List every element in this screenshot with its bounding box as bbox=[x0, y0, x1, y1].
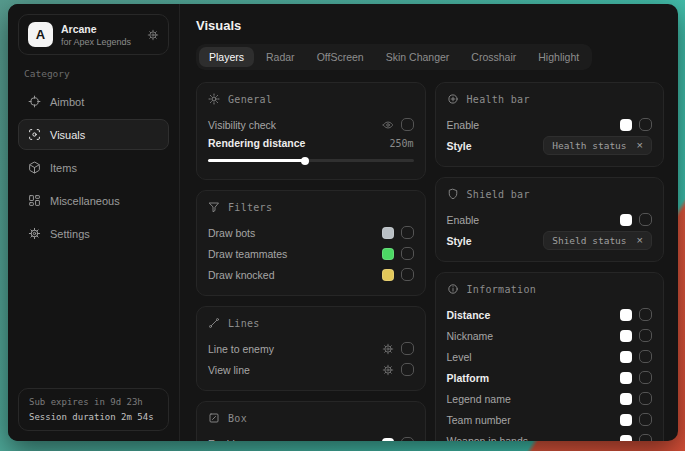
card-health-bar: Health barEnableStyleHealth status× bbox=[435, 82, 665, 167]
row-weapon-in-hands: Weapon in hands bbox=[447, 430, 653, 441]
tab-highlight[interactable]: Highlight bbox=[528, 47, 589, 67]
category-label: Category bbox=[24, 68, 163, 79]
color-swatch[interactable] bbox=[620, 414, 632, 426]
health-icon bbox=[447, 93, 459, 105]
sidebar-item-label: Visuals bbox=[50, 129, 85, 141]
tab-radar[interactable]: Radar bbox=[256, 47, 305, 67]
main-panel: Visuals PlayersRadarOffScreenSkin Change… bbox=[180, 4, 678, 441]
checkbox[interactable] bbox=[639, 434, 652, 441]
row-label: Weapon in hands bbox=[447, 435, 529, 442]
slider-track[interactable] bbox=[208, 159, 414, 162]
card-general: GeneralVisibility checkRendering distanc… bbox=[196, 82, 426, 180]
color-swatch[interactable] bbox=[382, 248, 394, 260]
row-controls bbox=[620, 118, 652, 131]
page-title: Visuals bbox=[196, 18, 664, 33]
tab-crosshair[interactable]: Crosshair bbox=[461, 47, 526, 67]
card-title: Shield bar bbox=[467, 189, 530, 200]
color-swatch[interactable] bbox=[620, 330, 632, 342]
sidebar-item-visuals[interactable]: Visuals bbox=[18, 119, 169, 150]
style-select[interactable]: Health status× bbox=[543, 136, 652, 155]
color-swatch[interactable] bbox=[620, 435, 632, 442]
color-swatch[interactable] bbox=[382, 227, 394, 239]
settings-icon bbox=[382, 343, 394, 355]
row-controls bbox=[382, 437, 414, 441]
row-controls bbox=[382, 247, 414, 260]
color-swatch[interactable] bbox=[620, 119, 632, 131]
cube-icon bbox=[28, 161, 41, 174]
color-swatch[interactable] bbox=[620, 351, 632, 363]
row-label: Draw teammates bbox=[208, 248, 287, 260]
tab-players[interactable]: Players bbox=[199, 47, 254, 67]
checkbox[interactable] bbox=[639, 213, 652, 226]
checkbox[interactable] bbox=[639, 118, 652, 131]
row-label: Visibility check bbox=[208, 119, 276, 131]
row-controls bbox=[620, 308, 652, 321]
funnel-icon bbox=[208, 201, 220, 213]
color-swatch[interactable] bbox=[620, 372, 632, 384]
account-card[interactable]: A Arcane for Apex Legends bbox=[18, 14, 169, 55]
checkbox[interactable] bbox=[401, 268, 414, 281]
row-label: Enable bbox=[447, 214, 480, 226]
layout-grid-icon bbox=[28, 194, 41, 207]
color-swatch[interactable] bbox=[620, 214, 632, 226]
subscription-card: Sub expires in 9d 23h Session duration 2… bbox=[18, 388, 169, 431]
sidebar-item-aimbot[interactable]: Aimbot bbox=[18, 86, 169, 117]
row-distance: Distance bbox=[447, 304, 653, 325]
row-label: Draw knocked bbox=[208, 269, 275, 281]
row-label: Legend name bbox=[447, 393, 511, 405]
row-draw-bots: Draw bots bbox=[208, 222, 414, 243]
row-controls bbox=[382, 268, 414, 281]
row-controls bbox=[382, 342, 414, 355]
card-header: Filters bbox=[208, 201, 414, 213]
checkbox[interactable] bbox=[639, 308, 652, 321]
checkbox[interactable] bbox=[639, 413, 652, 426]
tab-skin-changer[interactable]: Skin Changer bbox=[376, 47, 460, 67]
row-label: Enable bbox=[208, 438, 241, 442]
settings-gear-icon[interactable] bbox=[147, 29, 159, 41]
card-header: Shield bar bbox=[447, 188, 653, 200]
color-swatch[interactable] bbox=[382, 438, 394, 442]
checkbox[interactable] bbox=[401, 437, 414, 441]
style-select-value: Shield status bbox=[552, 235, 626, 246]
row-draw-knocked: Draw knocked bbox=[208, 264, 414, 285]
card-header: Lines bbox=[208, 317, 414, 329]
checkbox[interactable] bbox=[639, 329, 652, 342]
close-icon[interactable]: × bbox=[637, 235, 643, 246]
checkbox[interactable] bbox=[401, 118, 414, 131]
row-controls: Health status× bbox=[543, 136, 652, 155]
checkbox[interactable] bbox=[401, 247, 414, 260]
slider-thumb[interactable] bbox=[301, 157, 309, 165]
sidebar-item-miscellaneous[interactable]: Miscellaneous bbox=[18, 185, 169, 216]
row-label: Enable bbox=[447, 119, 480, 131]
color-swatch[interactable] bbox=[382, 269, 394, 281]
row-label: Level bbox=[447, 351, 472, 363]
checkbox[interactable] bbox=[639, 371, 652, 384]
card-title: Health bar bbox=[467, 94, 530, 105]
checkbox[interactable] bbox=[639, 392, 652, 405]
slider-header: Rendering distance250m bbox=[208, 137, 414, 149]
row-label: Platform bbox=[447, 372, 490, 384]
gear-icon bbox=[28, 227, 41, 240]
content-area: GeneralVisibility checkRendering distanc… bbox=[196, 82, 664, 441]
sidebar-item-settings[interactable]: Settings bbox=[18, 218, 169, 249]
row-label: Line to enemy bbox=[208, 343, 274, 355]
line-icon bbox=[208, 317, 220, 329]
checkbox[interactable] bbox=[639, 350, 652, 363]
checkbox[interactable] bbox=[401, 342, 414, 355]
checkbox[interactable] bbox=[401, 226, 414, 239]
tab-offscreen[interactable]: OffScreen bbox=[307, 47, 374, 67]
row-nickname: Nickname bbox=[447, 325, 653, 346]
row-label: Rendering distance bbox=[208, 137, 305, 149]
close-icon[interactable]: × bbox=[637, 140, 643, 151]
checkbox[interactable] bbox=[401, 363, 414, 376]
card-header: General bbox=[208, 93, 414, 105]
card-title: Lines bbox=[228, 318, 260, 329]
sidebar-item-items[interactable]: Items bbox=[18, 152, 169, 183]
row-view-line: View line bbox=[208, 359, 414, 380]
color-swatch[interactable] bbox=[620, 309, 632, 321]
card-header: Information bbox=[447, 283, 653, 295]
sidebar-item-label: Settings bbox=[50, 228, 90, 240]
style-select[interactable]: Shield status× bbox=[543, 231, 652, 250]
color-swatch[interactable] bbox=[620, 393, 632, 405]
row-draw-teammates: Draw teammates bbox=[208, 243, 414, 264]
